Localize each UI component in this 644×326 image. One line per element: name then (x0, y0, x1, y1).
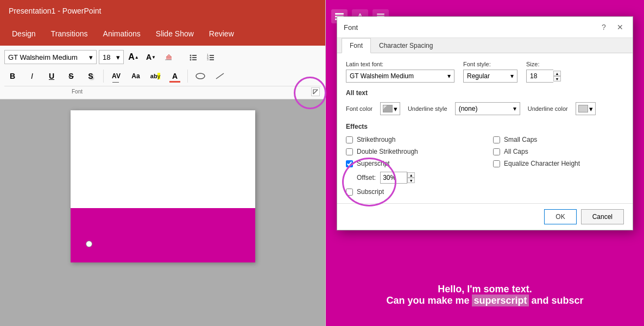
offset-down[interactable]: ▼ (407, 178, 415, 183)
menu-slideshow[interactable]: Slide Show (148, 25, 201, 42)
clear-formatting-button[interactable] (161, 50, 176, 64)
font-size-up[interactable]: ▲ (553, 71, 561, 76)
ab-button[interactable]: aby (147, 68, 163, 84)
font-size-dropdown[interactable]: 18 ▾ (99, 50, 124, 64)
all-caps-label[interactable]: All Caps (504, 148, 528, 155)
offset-input[interactable]: 30% (380, 172, 407, 184)
font-dialog: Font ? ✕ Font Character Spacing Latin te… (337, 16, 633, 230)
strikethrough-label[interactable]: Strikethrough (357, 136, 395, 143)
shadow-button[interactable]: S (83, 68, 99, 84)
superscript-row: Superscript (346, 160, 477, 167)
small-caps-label[interactable]: Small Caps (504, 136, 537, 143)
ribbon-section-bar: Font (4, 86, 321, 97)
svg-rect-0 (166, 57, 172, 60)
powerpoint-panel: Presentation1 - PowerPoint Design Transi… (0, 0, 326, 326)
underline-color-arrow: ▾ (589, 105, 593, 113)
italic-button[interactable]: I (24, 68, 40, 84)
effects-left-col: Strikethrough Double Strikethrough Super… (346, 136, 477, 196)
offset-row: Offset: 30% ▲ ▼ (346, 172, 477, 184)
strikethrough-checkbox[interactable] (346, 136, 353, 143)
double-strikethrough-checkbox[interactable] (346, 148, 353, 155)
line-button[interactable] (212, 68, 228, 84)
svg-point-3 (190, 55, 192, 57)
menu-review[interactable]: Review (201, 25, 242, 42)
slide-circle-handle (86, 241, 92, 247)
dialog-help-button[interactable]: ? (598, 21, 610, 33)
menu-design[interactable]: Design (4, 25, 43, 42)
oval-button[interactable] (192, 68, 209, 84)
bullet-list-button[interactable] (186, 50, 201, 64)
double-strikethrough-row: Double Strikethrough (346, 148, 477, 155)
menu-transitions[interactable]: Transitions (43, 25, 96, 42)
font-style-label: Font style: (463, 61, 517, 67)
latin-font-input[interactable]: GT Walsheim Medium ▾ (346, 70, 454, 83)
slide-text-line2: Can you make me superscript and subscr (386, 295, 583, 306)
underline-style-input[interactable]: (none) ▾ (455, 102, 520, 115)
effects-right-col: Small Caps All Caps Equalize Character H… (493, 136, 624, 196)
svg-rect-8 (192, 59, 197, 60)
underline-button[interactable]: U (43, 68, 60, 84)
ribbon-expand-button[interactable] (311, 87, 320, 96)
font-color-button[interactable]: A (167, 68, 183, 84)
svg-marker-1 (166, 54, 172, 57)
magenta-strip (71, 208, 255, 262)
ok-button[interactable]: OK (544, 209, 576, 224)
superscript-label[interactable]: Superscript (357, 160, 390, 167)
underline-style-value: (none) (459, 105, 478, 112)
equalize-label[interactable]: Equalize Character Height (504, 160, 580, 167)
all-text-header: All text (346, 89, 624, 97)
svg-rect-6 (192, 57, 197, 58)
tab-font[interactable]: Font (342, 38, 371, 53)
bold-button[interactable]: B (4, 68, 21, 84)
subscript-label[interactable]: Subscript (357, 188, 384, 196)
strikethrough-button[interactable]: S (63, 68, 79, 84)
dialog-close-button[interactable]: ✕ (614, 21, 626, 33)
font-style-input[interactable]: Regular ▾ (463, 70, 517, 83)
small-caps-checkbox[interactable] (493, 136, 500, 143)
font-color-arrow: ▾ (394, 105, 397, 113)
underline-style-arrow: ▾ (513, 105, 516, 112)
font-color-swatch (383, 105, 393, 112)
superscript-checkbox[interactable] (346, 160, 353, 167)
font-style-value: Regular (467, 72, 490, 80)
offset-label: Offset: (357, 174, 376, 181)
right-panel: A Font ? ✕ Font Character Spacing (326, 0, 644, 326)
svg-point-15 (196, 73, 205, 79)
latin-font-arrow: ▾ (447, 72, 451, 80)
subscript-row: Subscript (346, 188, 477, 196)
latin-font-label: Latin text font: (346, 61, 454, 67)
font-name-value: GT Walsheim Medium (8, 53, 78, 61)
increase-font-button[interactable]: A▲ (126, 50, 141, 64)
menu-animations[interactable]: Animations (96, 25, 148, 42)
underline-color-label: Underline color (528, 105, 568, 112)
font-size-input[interactable]: 18 (526, 70, 553, 83)
strikethrough-row: Strikethrough (346, 136, 477, 143)
svg-rect-4 (192, 55, 197, 56)
av-spacing-button[interactable]: AV (108, 68, 124, 84)
all-caps-checkbox[interactable] (493, 148, 500, 155)
double-strikethrough-label[interactable]: Double Strikethrough (357, 148, 418, 155)
numbered-list-button[interactable]: 1. 2. 3. (203, 50, 218, 64)
dialog-controls: ? ✕ (598, 21, 626, 33)
equalize-checkbox[interactable] (493, 160, 500, 167)
font-color-label: Font color (346, 105, 372, 112)
font-size-down[interactable]: ▼ (553, 76, 561, 82)
font-size-group: Size: 18 ▲ ▼ (526, 61, 561, 83)
underline-color-button[interactable]: ▾ (576, 102, 596, 115)
subscript-checkbox[interactable] (346, 189, 353, 196)
ribbon-row1: GT Walsheim Medium ▾ 18 ▾ A▲ A▼ (4, 48, 321, 66)
font-section-label: Font (7, 89, 148, 95)
tab-character-spacing[interactable]: Character Spacing (371, 38, 441, 53)
ribbon: GT Walsheim Medium ▾ 18 ▾ A▲ A▼ (0, 46, 325, 99)
font-color-row: Font color ▾ Underline style (none) ▾ Un… (346, 102, 624, 115)
font-name-dropdown[interactable]: GT Walsheim Medium ▾ (4, 50, 97, 64)
aa-button[interactable]: Aa (128, 68, 144, 84)
svg-rect-12 (210, 57, 214, 58)
ribbon-row2: B I U S S AV Aa aby A (4, 66, 321, 86)
svg-rect-20 (377, 14, 384, 15)
font-size-value: 18 (103, 53, 110, 61)
font-color-button[interactable]: ▾ (380, 102, 400, 115)
decrease-font-button[interactable]: A▼ (143, 50, 159, 64)
offset-up[interactable]: ▲ (407, 172, 415, 178)
cancel-button[interactable]: Cancel (581, 209, 624, 224)
